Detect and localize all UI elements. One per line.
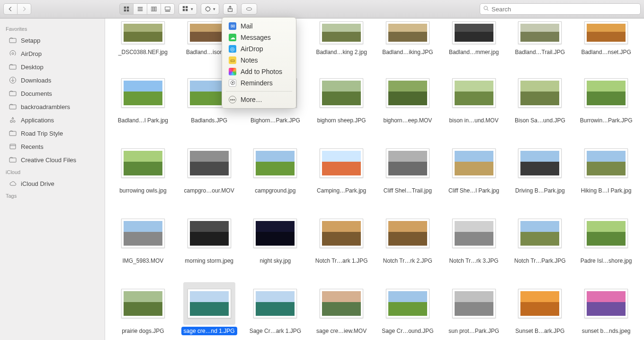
view-mode-buttons: [119, 3, 175, 15]
apps-icon: [9, 116, 17, 124]
recents-icon: [9, 142, 17, 151]
sidebar-heading-favorites: Favorites: [0, 23, 105, 34]
sidebar-item-creative-cloud-files[interactable]: Creative Cloud Files: [0, 153, 105, 166]
file-name: Badland…iking.JPG: [380, 48, 435, 56]
file-item[interactable]: bighorn sheep.JPG: [308, 71, 375, 141]
list-view-button[interactable]: [134, 3, 147, 15]
file-item[interactable]: Sunset B…ark.JPG: [507, 281, 573, 340]
forward-button[interactable]: [18, 3, 31, 15]
file-item[interactable]: Cliff Shel…Trail.jpg: [375, 141, 441, 211]
action-button[interactable]: ▾: [201, 3, 219, 15]
file-item[interactable]: Badland…Trail.JPG: [507, 18, 573, 71]
file-grid-area: _DSC0388.NEF.jpgBadland…ison.jpgBadland……: [105, 18, 644, 340]
file-item[interactable]: Badland…l Park.jpg: [110, 71, 176, 141]
sidebar-item-documents[interactable]: Documents: [0, 87, 105, 100]
file-item[interactable]: Sage Cr…ound.JPG: [375, 281, 441, 340]
svg-rect-20: [9, 92, 16, 96]
search-field[interactable]: [480, 3, 641, 15]
file-item[interactable]: campground.jpg: [242, 141, 309, 211]
tags-button[interactable]: [241, 3, 257, 15]
thumbnail: [183, 212, 235, 255]
share-item-more[interactable]: •••More…: [222, 94, 296, 105]
svg-point-17: [12, 53, 14, 55]
airdrop-icon: ◎: [229, 45, 236, 53]
file-item[interactable]: IMG_5983.MOV: [110, 211, 176, 281]
gallery-view-button[interactable]: [161, 3, 175, 15]
file-item[interactable]: sun prot…Park.JPG: [441, 281, 507, 340]
file-name: IMG_5983.MOV: [120, 257, 166, 265]
file-item[interactable]: Camping…Park.jpg: [308, 141, 375, 211]
sidebar-item-downloads[interactable]: Downloads: [0, 74, 105, 87]
thumbnail: [514, 19, 566, 46]
file-item[interactable]: Badland…mmer.jpg: [441, 18, 507, 71]
sidebar-item-label: Documents: [21, 90, 52, 97]
file-item[interactable]: sage cre…nd 1.JPG: [176, 281, 242, 340]
file-item[interactable]: Bison Sa…und.JPG: [507, 71, 573, 141]
share-item-airdrop[interactable]: ◎AirDrop: [222, 43, 296, 55]
file-item[interactable]: Cliff She…l Park.jpg: [441, 141, 507, 211]
sidebar-heading-tags: Tags: [0, 190, 105, 201]
file-item[interactable]: Badland…king 2.jpg: [308, 18, 375, 71]
thumbnail: [249, 142, 301, 184]
share-item-label: More…: [241, 96, 262, 103]
file-item[interactable]: Badland…nset.JPG: [573, 18, 639, 71]
file-item[interactable]: burrowing owls.jpg: [110, 141, 176, 211]
file-name: Badland…king 2.jpg: [313, 48, 369, 56]
file-item[interactable]: sunset b…nds.jpeg: [573, 281, 639, 340]
sidebar-item-desktop[interactable]: Desktop: [0, 60, 105, 74]
file-name: Notch Tr…rk 3.JPG: [447, 257, 501, 265]
thumbnail: [448, 212, 500, 255]
share-item-photos[interactable]: Add to Photos: [222, 66, 296, 77]
search-input[interactable]: [492, 6, 637, 13]
sidebar-item-backroadramblers[interactable]: backroadramblers: [0, 100, 105, 113]
svg-rect-2: [124, 9, 126, 11]
file-item[interactable]: bighorn…eep.MOV: [375, 71, 441, 141]
sidebar-item-recents[interactable]: Recents: [0, 140, 105, 153]
share-menu: ✉Mail ☁Messages ◎AirDrop ▭Notes Add to P…: [222, 17, 296, 109]
folder-icon: [9, 36, 17, 45]
file-item[interactable]: Notch Tr…Park.JPG: [507, 211, 573, 281]
svg-rect-1: [127, 7, 129, 9]
file-item[interactable]: Driving B…Park.jpg: [507, 141, 573, 211]
back-button[interactable]: [3, 3, 18, 15]
file-item[interactable]: prairie dogs.JPG: [110, 281, 176, 340]
share-item-messages[interactable]: ☁Messages: [222, 32, 296, 43]
column-view-button[interactable]: [147, 3, 161, 15]
file-item[interactable]: sage cre…iew.MOV: [308, 281, 375, 340]
share-button[interactable]: [223, 3, 237, 15]
file-item[interactable]: Notch Tr…rk 3.JPG: [441, 211, 507, 281]
thumbnail: [249, 282, 301, 325]
file-item[interactable]: Sage Cr…ark 1.JPG: [242, 281, 309, 340]
sidebar-item-applications[interactable]: Applications: [0, 113, 105, 127]
file-name: Hiking B…l Park.jpg: [579, 186, 634, 195]
download-icon: [9, 76, 17, 84]
thumbnail: [183, 142, 235, 184]
group-by-button[interactable]: ▾: [179, 3, 197, 15]
file-item[interactable]: morning storm.jpeg: [176, 211, 242, 281]
file-item[interactable]: campgro…our.MOV: [176, 141, 242, 211]
file-item[interactable]: Notch Tr…ark 1.JPG: [308, 211, 375, 281]
thumbnail: [448, 72, 500, 114]
file-name: Burrowin…Park.JPG: [578, 116, 635, 125]
sidebar-item-label: Creative Cloud Files: [21, 156, 76, 164]
file-item[interactable]: Padre Isl…shore.jpg: [573, 211, 639, 281]
airdrop-icon: [9, 49, 17, 58]
file-name: Notch Tr…rk 2.JPG: [381, 257, 435, 265]
icon-view-button[interactable]: [119, 3, 134, 15]
share-item-mail[interactable]: ✉Mail: [222, 20, 296, 32]
cloud-icon: [9, 179, 17, 188]
file-item[interactable]: _DSC0388.NEF.jpg: [110, 18, 176, 71]
file-item[interactable]: Badland…iking.JPG: [375, 18, 441, 71]
share-item-reminders[interactable]: ⦿Reminders: [222, 77, 296, 89]
file-item[interactable]: Notch Tr…rk 2.JPG: [375, 211, 441, 281]
sidebar-item-airdrop[interactable]: AirDrop: [0, 47, 105, 60]
sidebar-item-icloud-drive[interactable]: iCloud Drive: [0, 177, 105, 190]
sidebar-item-setapp[interactable]: Setapp: [0, 34, 105, 47]
file-item[interactable]: Hiking B…l Park.jpg: [573, 141, 639, 211]
file-item[interactable]: bison in…und.MOV: [441, 71, 507, 141]
file-item[interactable]: Burrowin…Park.JPG: [573, 71, 639, 141]
sidebar-item-road-trip-style[interactable]: Road Trip Style: [0, 127, 105, 140]
file-item[interactable]: night sky.jpg: [242, 211, 309, 281]
share-item-notes[interactable]: ▭Notes: [222, 55, 296, 66]
thumbnail: [580, 142, 632, 184]
